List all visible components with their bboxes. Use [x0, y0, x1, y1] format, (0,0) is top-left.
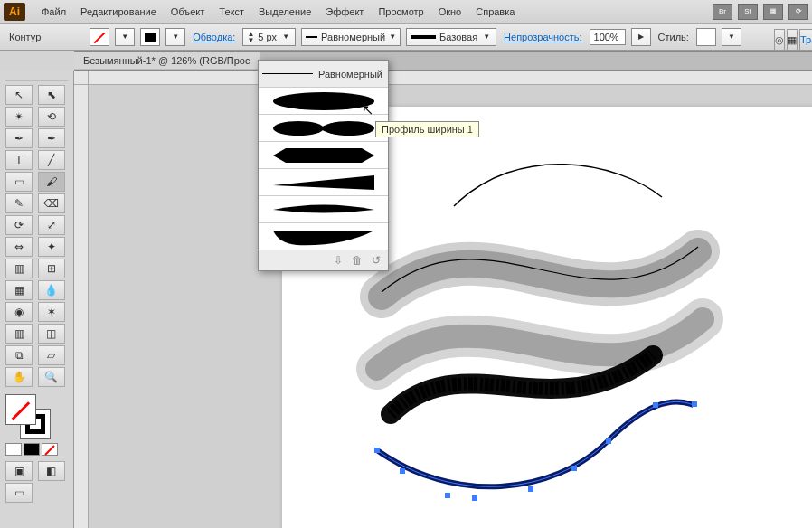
tooltip: Профиль ширины 1	[375, 121, 479, 137]
warp-tool[interactable]: ✦	[38, 237, 65, 257]
screen-mode-button[interactable]: ▭	[5, 483, 33, 503]
type-tool[interactable]: T	[5, 150, 33, 170]
brush-dropdown[interactable]: Базовая ▼	[406, 28, 496, 46]
direct-selection-tool[interactable]: ⬉	[38, 85, 65, 105]
scale-tool[interactable]: ⤢	[38, 215, 65, 235]
recolor-button[interactable]: ◎	[774, 29, 785, 51]
ruler-origin[interactable]	[74, 71, 89, 85]
profile-option-2[interactable]	[259, 115, 388, 142]
svg-rect-7	[692, 401, 697, 407]
toolbox: ↖ ⬉ ✴ ⟲ ✒ ✒ T ╱ ▭ 🖌 ✎ ⌫ ⟳ ⤢ ⇔ ✦ ▥ ⊞ ▦ 💧 …	[0, 71, 74, 528]
horizontal-ruler[interactable]	[89, 71, 812, 85]
stock-icon[interactable]: St	[738, 4, 758, 20]
save-profile-icon[interactable]: ⇩	[334, 254, 343, 267]
gradient-tool[interactable]: ▦	[5, 280, 33, 300]
mode-label: Контур	[7, 32, 42, 42]
menu-file[interactable]: Файл	[34, 3, 73, 21]
svg-rect-0	[374, 448, 380, 453]
menu-type[interactable]: Текст	[212, 3, 251, 21]
cursor-icon: ↖	[362, 101, 373, 118]
svg-rect-8	[400, 468, 405, 474]
menu-object[interactable]: Объект	[164, 3, 212, 21]
bridge-icon[interactable]: Br	[713, 4, 732, 20]
svg-rect-1	[445, 493, 450, 498]
symbol-tool[interactable]: ✶	[38, 302, 65, 322]
pen-tool[interactable]: ✒	[5, 128, 33, 148]
svg-rect-3	[528, 486, 533, 492]
draw-behind-button[interactable]: ◧	[38, 461, 65, 481]
opacity-link[interactable]: Непрозрачность:	[502, 32, 583, 42]
perspective-tool[interactable]: ▱	[38, 345, 65, 365]
pencil-tool[interactable]: ✎	[5, 193, 33, 213]
app-logo: Ai	[4, 3, 25, 21]
magic-wand-tool[interactable]: ✴	[5, 107, 33, 127]
transform-button[interactable]: Тран	[799, 29, 812, 51]
width-tool[interactable]: ⇔	[5, 237, 33, 257]
stroke-dropdown[interactable]: ▼	[165, 28, 185, 46]
eyedropper-tool[interactable]: 💧	[38, 280, 65, 300]
none-mode-button[interactable]	[42, 443, 58, 456]
zoom-tool[interactable]: 🔍	[38, 367, 65, 387]
profile-option-6[interactable]	[259, 223, 388, 250]
document-tab[interactable]: Безымянный-1* @ 126% (RGB/Прос	[74, 52, 260, 69]
profile-option-4[interactable]	[259, 169, 388, 196]
align-button[interactable]: ▦	[787, 29, 798, 51]
eraser-tool[interactable]: ⌫	[38, 193, 65, 213]
menu-window[interactable]: Окно	[431, 3, 469, 21]
rotate-tool[interactable]: ⟳	[5, 215, 33, 235]
style-dropdown[interactable]: ▼	[722, 28, 741, 46]
fill-swatch[interactable]	[90, 28, 109, 46]
graph-tool[interactable]: ▥	[5, 324, 33, 344]
delete-profile-icon[interactable]: 🗑	[352, 254, 363, 267]
profile-option-5[interactable]	[259, 196, 388, 223]
profile-option-uniform[interactable]: Равномерный	[259, 61, 388, 88]
profile-dropdown[interactable]: Равномерный ▼	[301, 28, 401, 46]
menu-edit[interactable]: Редактирование	[73, 3, 164, 21]
width-profile-dropdown: Равномерный ⇩ 🗑 ↺	[258, 60, 389, 271]
blend-tool[interactable]: ◉	[5, 302, 33, 322]
sync-icon[interactable]: ⟳	[788, 4, 808, 20]
profile-uniform-label: Равномерный	[318, 69, 382, 80]
vertical-ruler[interactable]	[74, 85, 89, 528]
stroke-weight-stepper[interactable]: ▲▼ 5 px ▼	[242, 28, 296, 46]
arrange-icon[interactable]: ▦	[763, 4, 783, 20]
opacity-input[interactable]	[590, 29, 626, 45]
add-anchor-tool[interactable]: ✒	[38, 128, 65, 148]
slice-tool[interactable]: ⧉	[5, 345, 33, 365]
profile-label: Равномерный	[321, 32, 385, 42]
menu-effect[interactable]: Эффект	[318, 3, 371, 21]
style-label: Стиль:	[656, 32, 691, 42]
hand-tool[interactable]: ✋	[5, 367, 33, 387]
stroke-weight-value: 5 px	[258, 32, 277, 42]
shape-builder-tool[interactable]: ▥	[5, 259, 33, 278]
draw-normal-button[interactable]: ▣	[5, 461, 33, 481]
fill-stroke-control[interactable]	[5, 394, 51, 439]
menu-view[interactable]: Просмотр	[371, 3, 430, 21]
svg-rect-2	[472, 495, 477, 501]
mesh-tool[interactable]: ⊞	[38, 259, 65, 278]
brush-label: Базовая	[439, 32, 477, 42]
style-swatch[interactable]	[696, 28, 716, 46]
color-mode-button[interactable]	[5, 443, 22, 456]
paintbrush-tool[interactable]: 🖌	[38, 172, 65, 192]
rectangle-tool[interactable]: ▭	[5, 172, 33, 192]
svg-point-10	[273, 121, 324, 136]
stroke-link[interactable]: Обводка:	[191, 32, 237, 42]
profile-option-3[interactable]	[259, 142, 388, 169]
reset-profile-icon[interactable]: ↺	[372, 254, 381, 267]
selection-tool[interactable]: ↖	[5, 85, 33, 105]
gradient-mode-button[interactable]	[24, 443, 40, 456]
opacity-dropdown[interactable]: ▶	[631, 28, 651, 46]
svg-rect-4	[571, 466, 577, 471]
line-tool[interactable]: ╱	[38, 150, 65, 170]
artboard-tool[interactable]: ◫	[38, 324, 65, 344]
stroke-swatch[interactable]	[140, 28, 160, 46]
fill-dropdown[interactable]: ▼	[115, 28, 135, 46]
menu-help[interactable]: Справка	[468, 3, 522, 21]
lasso-tool[interactable]: ⟲	[38, 107, 65, 127]
menu-select[interactable]: Выделение	[251, 3, 318, 21]
menubar: Ai Файл Редактирование Объект Текст Выде…	[0, 0, 812, 24]
profile-dropdown-footer: ⇩ 🗑 ↺	[259, 250, 388, 270]
fill-color-swatch[interactable]	[5, 394, 36, 425]
svg-point-9	[273, 92, 374, 110]
